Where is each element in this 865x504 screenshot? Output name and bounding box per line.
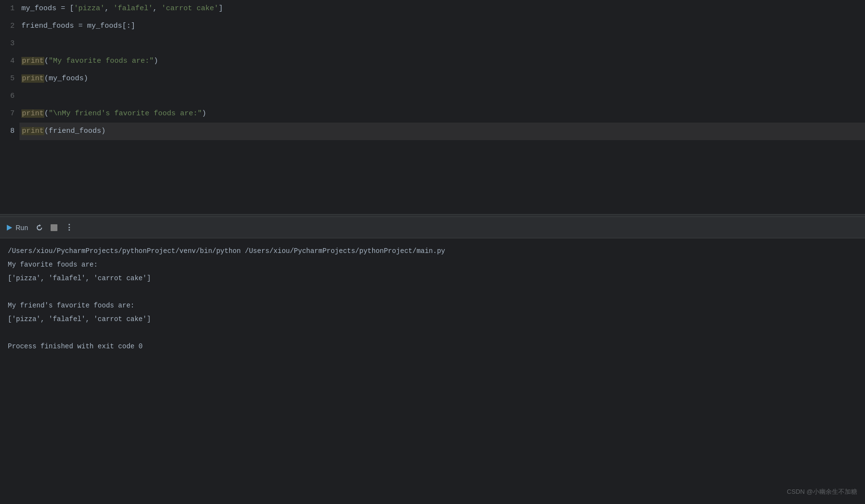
output-line-5: ['pizza', 'falafel', 'carrot cake'] — [8, 312, 151, 326]
line-num-1: 1 — [0, 0, 15, 18]
output-row-path: /Users/xiou/PycharmProjects/pythonProjec… — [8, 244, 857, 258]
stop-button[interactable] — [51, 224, 57, 231]
output-line-1: My favorite foods are: — [8, 258, 98, 271]
code-line-6 — [19, 88, 865, 105]
output-path: /Users/xiou/PycharmProjects/pythonProjec… — [8, 244, 445, 258]
run-toolbar: Run ⋮ — [0, 217, 865, 238]
rerun-icon — [36, 224, 43, 232]
output-row-7: Process finished with exit code 0 — [8, 340, 857, 353]
output-row-3 — [8, 285, 857, 299]
output-row-2: ['pizza', 'falafel', 'carrot cake'] — [8, 271, 857, 285]
output-line-2: ['pizza', 'falafel', 'carrot cake'] — [8, 271, 151, 285]
output-line-4: My friend's favorite foods are: — [8, 299, 134, 312]
run-text: Run — [16, 224, 28, 232]
line-num-7: 7 — [0, 105, 15, 123]
line-num-5: 5 — [0, 70, 15, 88]
line-num-6: 6 — [0, 88, 15, 105]
run-label: Run — [6, 224, 28, 232]
code-line-4: print("My favorite foods are:") — [19, 53, 865, 70]
output-process: Process finished with exit code 0 — [8, 340, 143, 353]
watermark: CSDN @小幽余生不加糖 — [787, 487, 857, 496]
line-num-2: 2 — [0, 18, 15, 35]
code-line-1: my_foods = ['pizza', 'falafel', 'carrot … — [19, 0, 865, 18]
code-line-3 — [19, 35, 865, 53]
output-row-6 — [8, 326, 857, 340]
run-panel: Run ⋮ /Users/xiou/PycharmProjects/python… — [0, 217, 865, 504]
watermark-text: CSDN @小幽余生不加糖 — [787, 488, 857, 495]
rerun-button[interactable] — [34, 222, 45, 233]
run-play-icon — [6, 224, 13, 231]
code-editor[interactable]: my_foods = ['pizza', 'falafel', 'carrot … — [19, 0, 865, 214]
code-line-8: print(friend_foods) — [19, 123, 865, 140]
run-output: /Users/xiou/PycharmProjects/pythonProjec… — [0, 238, 865, 359]
line-num-8: 8 — [0, 123, 15, 140]
output-row-5: ['pizza', 'falafel', 'carrot cake'] — [8, 312, 857, 326]
code-line-7: print("\nMy friend's favorite foods are:… — [19, 105, 865, 123]
output-row-1: My favorite foods are: — [8, 258, 857, 271]
editor-area[interactable]: 1 2 3 4 5 6 7 8 my_foods = ['pizza', 'fa… — [0, 0, 865, 214]
code-line-2: friend_foods = my_foods[:] — [19, 18, 865, 35]
more-options-button[interactable]: ⋮ — [63, 222, 75, 233]
line-numbers: 1 2 3 4 5 6 7 8 — [0, 0, 19, 214]
svg-marker-0 — [7, 225, 12, 231]
more-icon: ⋮ — [65, 223, 73, 232]
line-num-3: 3 — [0, 35, 15, 53]
output-row-4: My friend's favorite foods are: — [8, 299, 857, 312]
line-num-4: 4 — [0, 53, 15, 70]
code-line-5: print(my_foods) — [19, 70, 865, 88]
